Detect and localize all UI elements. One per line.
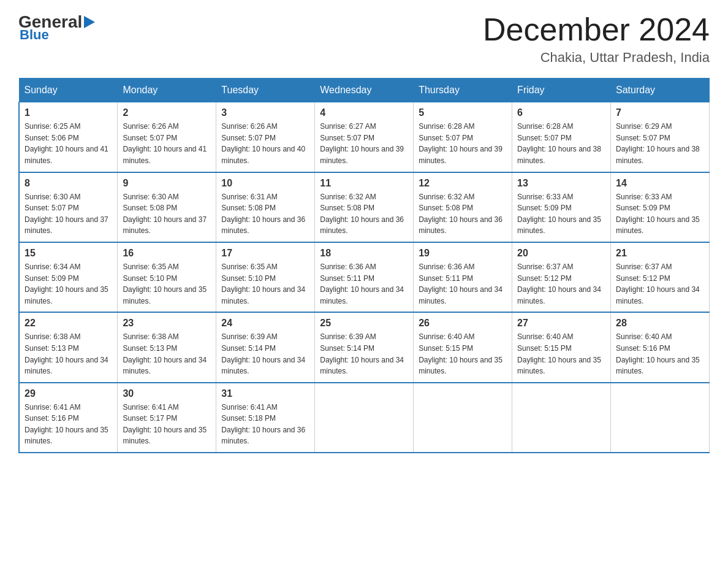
logo-area: General Blue (18, 12, 97, 43)
day-number: 29 (25, 388, 112, 399)
table-row: 31 Sunrise: 6:41 AMSunset: 5:18 PMDaylig… (216, 383, 315, 453)
day-detail: Sunrise: 6:28 AMSunset: 5:07 PMDaylight:… (517, 122, 601, 165)
day-detail: Sunrise: 6:41 AMSunset: 5:18 PMDaylight:… (221, 403, 305, 446)
day-number: 10 (221, 178, 309, 189)
day-detail: Sunrise: 6:37 AMSunset: 5:12 PMDaylight:… (517, 262, 601, 305)
day-number: 30 (123, 388, 211, 399)
table-row: 21 Sunrise: 6:37 AMSunset: 5:12 PMDaylig… (611, 242, 710, 312)
day-detail: Sunrise: 6:27 AMSunset: 5:07 PMDaylight:… (320, 122, 404, 165)
table-row: 26 Sunrise: 6:40 AMSunset: 5:15 PMDaylig… (414, 312, 512, 382)
table-row: 17 Sunrise: 6:35 AMSunset: 5:10 PMDaylig… (216, 242, 315, 312)
calendar-table: Sunday Monday Tuesday Wednesday Thursday… (18, 78, 710, 453)
col-thursday: Thursday (414, 79, 512, 102)
table-row: 23 Sunrise: 6:38 AMSunset: 5:13 PMDaylig… (118, 312, 216, 382)
header: General Blue December 2024 Chakia, Uttar… (18, 12, 710, 66)
day-detail: Sunrise: 6:41 AMSunset: 5:17 PMDaylight:… (123, 403, 207, 446)
day-detail: Sunrise: 6:36 AMSunset: 5:11 PMDaylight:… (419, 262, 502, 305)
table-row: 19 Sunrise: 6:36 AMSunset: 5:11 PMDaylig… (414, 242, 512, 312)
day-number: 17 (221, 248, 309, 259)
day-number: 28 (616, 318, 704, 329)
table-row: 1 Sunrise: 6:25 AMSunset: 5:06 PMDayligh… (19, 102, 118, 172)
day-number: 16 (123, 248, 211, 259)
day-number: 31 (221, 388, 309, 399)
day-number: 13 (517, 178, 605, 189)
day-detail: Sunrise: 6:28 AMSunset: 5:07 PMDaylight:… (419, 122, 502, 165)
table-row: 9 Sunrise: 6:30 AMSunset: 5:08 PMDayligh… (118, 172, 216, 242)
table-row: 20 Sunrise: 6:37 AMSunset: 5:12 PMDaylig… (512, 242, 611, 312)
day-detail: Sunrise: 6:36 AMSunset: 5:11 PMDaylight:… (320, 262, 404, 305)
table-row: 27 Sunrise: 6:40 AMSunset: 5:15 PMDaylig… (512, 312, 611, 382)
day-detail: Sunrise: 6:35 AMSunset: 5:10 PMDaylight:… (221, 262, 305, 305)
table-row: 24 Sunrise: 6:39 AMSunset: 5:14 PMDaylig… (216, 312, 315, 382)
day-number: 22 (25, 318, 112, 329)
day-number: 14 (616, 178, 704, 189)
table-row: 28 Sunrise: 6:40 AMSunset: 5:16 PMDaylig… (611, 312, 710, 382)
table-row: 7 Sunrise: 6:29 AMSunset: 5:07 PMDayligh… (611, 102, 710, 172)
day-detail: Sunrise: 6:33 AMSunset: 5:09 PMDaylight:… (616, 193, 700, 236)
logo-flag-icon (84, 16, 95, 28)
day-number: 4 (320, 107, 408, 118)
table-row: 18 Sunrise: 6:36 AMSunset: 5:11 PMDaylig… (315, 242, 414, 312)
day-detail: Sunrise: 6:32 AMSunset: 5:08 PMDaylight:… (419, 193, 502, 236)
day-number: 9 (123, 178, 211, 189)
table-row: 29 Sunrise: 6:41 AMSunset: 5:16 PMDaylig… (19, 383, 118, 453)
table-row: 5 Sunrise: 6:28 AMSunset: 5:07 PMDayligh… (414, 102, 512, 172)
day-number: 5 (419, 107, 507, 118)
table-row: 12 Sunrise: 6:32 AMSunset: 5:08 PMDaylig… (414, 172, 512, 242)
table-row: 2 Sunrise: 6:26 AMSunset: 5:07 PMDayligh… (118, 102, 216, 172)
day-detail: Sunrise: 6:30 AMSunset: 5:08 PMDaylight:… (123, 193, 207, 236)
day-detail: Sunrise: 6:33 AMSunset: 5:09 PMDaylight:… (517, 193, 601, 236)
table-row (512, 383, 611, 453)
day-number: 3 (221, 107, 309, 118)
day-detail: Sunrise: 6:40 AMSunset: 5:15 PMDaylight:… (517, 332, 601, 375)
day-detail: Sunrise: 6:40 AMSunset: 5:16 PMDaylight:… (616, 332, 700, 375)
table-row: 30 Sunrise: 6:41 AMSunset: 5:17 PMDaylig… (118, 383, 216, 453)
calendar-week-row: 1 Sunrise: 6:25 AMSunset: 5:06 PMDayligh… (19, 102, 710, 172)
col-monday: Monday (118, 79, 216, 102)
col-friday: Friday (512, 79, 611, 102)
day-detail: Sunrise: 6:32 AMSunset: 5:08 PMDaylight:… (320, 193, 404, 236)
col-wednesday: Wednesday (315, 79, 414, 102)
table-row: 4 Sunrise: 6:27 AMSunset: 5:07 PMDayligh… (315, 102, 414, 172)
day-number: 23 (123, 318, 211, 329)
calendar-week-row: 8 Sunrise: 6:30 AMSunset: 5:07 PMDayligh… (19, 172, 710, 242)
day-number: 1 (25, 107, 112, 118)
table-row: 14 Sunrise: 6:33 AMSunset: 5:09 PMDaylig… (611, 172, 710, 242)
calendar-header-row: Sunday Monday Tuesday Wednesday Thursday… (19, 79, 710, 102)
day-detail: Sunrise: 6:31 AMSunset: 5:08 PMDaylight:… (221, 193, 305, 236)
day-number: 8 (25, 178, 112, 189)
table-row: 13 Sunrise: 6:33 AMSunset: 5:09 PMDaylig… (512, 172, 611, 242)
day-detail: Sunrise: 6:26 AMSunset: 5:07 PMDaylight:… (221, 122, 305, 165)
day-number: 11 (320, 178, 408, 189)
day-number: 15 (25, 248, 112, 259)
location-title: Chakia, Uttar Pradesh, India (483, 50, 710, 66)
day-number: 12 (419, 178, 507, 189)
day-number: 25 (320, 318, 408, 329)
day-number: 20 (517, 248, 605, 259)
col-tuesday: Tuesday (216, 79, 315, 102)
day-detail: Sunrise: 6:30 AMSunset: 5:07 PMDaylight:… (25, 193, 108, 236)
table-row (315, 383, 414, 453)
day-detail: Sunrise: 6:37 AMSunset: 5:12 PMDaylight:… (616, 262, 700, 305)
day-number: 2 (123, 107, 211, 118)
day-number: 18 (320, 248, 408, 259)
title-area: December 2024 Chakia, Uttar Pradesh, Ind… (483, 12, 710, 66)
table-row (611, 383, 710, 453)
col-sunday: Sunday (19, 79, 118, 102)
day-detail: Sunrise: 6:38 AMSunset: 5:13 PMDaylight:… (25, 332, 108, 375)
day-detail: Sunrise: 6:25 AMSunset: 5:06 PMDaylight:… (25, 122, 108, 165)
day-number: 27 (517, 318, 605, 329)
calendar-week-row: 22 Sunrise: 6:38 AMSunset: 5:13 PMDaylig… (19, 312, 710, 382)
day-number: 26 (419, 318, 507, 329)
day-number: 21 (616, 248, 704, 259)
table-row: 10 Sunrise: 6:31 AMSunset: 5:08 PMDaylig… (216, 172, 315, 242)
day-number: 7 (616, 107, 704, 118)
table-row: 25 Sunrise: 6:39 AMSunset: 5:14 PMDaylig… (315, 312, 414, 382)
table-row: 11 Sunrise: 6:32 AMSunset: 5:08 PMDaylig… (315, 172, 414, 242)
day-number: 6 (517, 107, 605, 118)
day-number: 24 (221, 318, 309, 329)
month-title: December 2024 (483, 12, 710, 47)
table-row: 6 Sunrise: 6:28 AMSunset: 5:07 PMDayligh… (512, 102, 611, 172)
calendar-week-row: 29 Sunrise: 6:41 AMSunset: 5:16 PMDaylig… (19, 383, 710, 453)
logo-blue-text: Blue (20, 27, 49, 42)
